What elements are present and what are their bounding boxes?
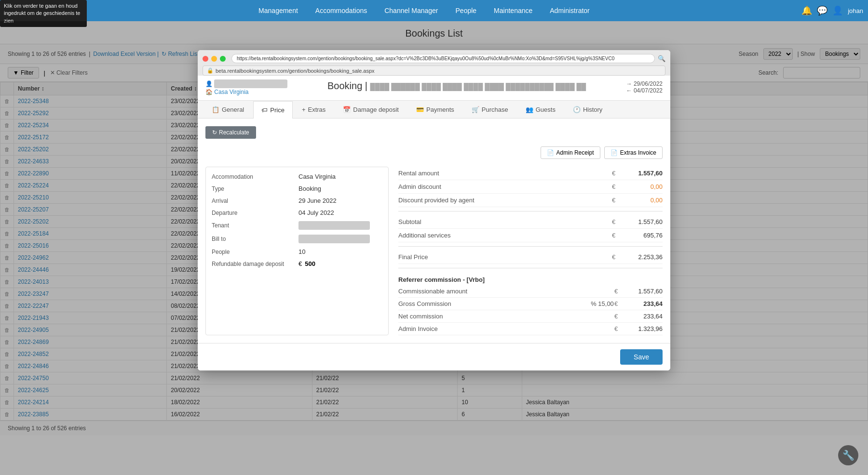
receipt-icon: 📄 bbox=[547, 149, 554, 156]
agent-discount-line: Discount provided by agent € 0,00 bbox=[398, 194, 663, 207]
final-price-line: Final Price € 2.253,36 bbox=[398, 251, 663, 264]
booking-date-to: → 29/06/2022 bbox=[626, 80, 663, 87]
booking-header: 👤 ████ ████ 🏠 Casa Virginia Booking | ██… bbox=[198, 76, 670, 101]
browser-close-dot[interactable] bbox=[203, 56, 208, 62]
modal-window: https://beta.rentalbookingsystem.com/gen… bbox=[198, 50, 670, 370]
home-icon: 🏠 bbox=[205, 89, 213, 95]
general-icon: 📋 bbox=[212, 106, 219, 113]
admin-receipt-button[interactable]: 📄 Admin Receipt bbox=[541, 146, 600, 159]
nav-items: Management Accommodations Channel Manage… bbox=[47, 0, 802, 21]
deposit-value-row: € 500 bbox=[298, 260, 315, 267]
booking-user: 👤 ████ ████ bbox=[205, 80, 287, 87]
rental-amount-line: Rental amount € 1.557,60 bbox=[398, 167, 663, 180]
invoice-icon: 📄 bbox=[610, 149, 618, 156]
chat-icon[interactable]: 💬 bbox=[817, 5, 827, 16]
booking-title: Booking | ████ ██████ ████ ████ ████ ███… bbox=[327, 80, 586, 91]
modal-footer: Save bbox=[198, 343, 670, 370]
browser-address-bar[interactable]: 🔒 beta.rentalbookingsystem.com/gention/b… bbox=[203, 66, 665, 76]
booking-tabs: 📋 General 🏷 Price + Extras 📅 Damage depo… bbox=[198, 101, 670, 119]
nav-item-people[interactable]: People bbox=[447, 0, 486, 21]
admin-discount-line: Admin discount € 0,00 bbox=[398, 180, 663, 194]
tab-guests[interactable]: 👥 Guests bbox=[517, 101, 564, 118]
payments-icon: 💳 bbox=[416, 106, 424, 113]
admin-invoice-row: Admin Invoice € 1.323,96 bbox=[398, 323, 663, 335]
departure-row: Departure 04 July 2022 bbox=[212, 209, 382, 216]
tab-price[interactable]: 🏷 Price bbox=[253, 101, 293, 119]
price-left-form: Accommodation Casa Virginia Type Booking… bbox=[205, 167, 389, 335]
recalculate-button[interactable]: ↻ Recalculate bbox=[205, 126, 256, 139]
main-area: Bookings List Showing 1 to 26 of 526 ent… bbox=[0, 21, 868, 475]
nav-item-maintenance[interactable]: Maintenance bbox=[485, 0, 541, 21]
price-columns: Accommodation Casa Virginia Type Booking… bbox=[205, 167, 663, 335]
tab-payments[interactable]: 💳 Payments bbox=[408, 101, 462, 118]
top-navigation: Klik om verder te gaan en houd ingedrukt… bbox=[0, 0, 868, 21]
bell-icon[interactable]: 🔔 bbox=[801, 5, 812, 16]
price-icon: 🏷 bbox=[261, 106, 268, 114]
referrer-section-header: Referrer commission - [Vrbo] bbox=[398, 272, 663, 285]
price-divider-2 bbox=[398, 246, 663, 247]
recalculate-row: ↻ Recalculate bbox=[205, 126, 663, 139]
lock-icon: 🔒 bbox=[207, 67, 214, 74]
tab-purchase[interactable]: 🛒 Purchase bbox=[463, 101, 516, 118]
accommodation-row: Accommodation Casa Virginia bbox=[212, 173, 382, 180]
bill-to-value-blurred: ████████ bbox=[298, 235, 370, 243]
booking-date-from: ← 04/07/2022 bbox=[626, 87, 663, 94]
nav-item-administrator[interactable]: Administrator bbox=[541, 0, 598, 21]
tab-history[interactable]: 🕐 History bbox=[565, 101, 610, 118]
action-buttons: 📄 Admin Receipt 📄 Extras Invoice bbox=[541, 146, 663, 159]
extras-invoice-button[interactable]: 📄 Extras Invoice bbox=[604, 146, 663, 159]
booking-title-area: Booking | ████ ██████ ████ ████ ████ ███… bbox=[287, 80, 626, 92]
user-icon-small: 👤 bbox=[205, 80, 213, 87]
nav-item-management[interactable]: Management bbox=[250, 0, 307, 21]
commissionable-amount-row: Commissionable amount € 1.557,60 bbox=[398, 285, 663, 298]
browser-maximize-dot[interactable] bbox=[220, 56, 226, 62]
bill-to-row: Bill to ████████ bbox=[212, 235, 382, 243]
booking-title-blurred: ████ ██████ ████ ████ ████ ████ ████████… bbox=[370, 83, 586, 91]
type-row: Type Booking bbox=[212, 185, 382, 192]
purchase-icon: 🛒 bbox=[472, 106, 479, 113]
deposit-row: Refundable damage deposit € 500 bbox=[212, 260, 382, 267]
gross-commission-row: Gross Commission % 15,00 € 233,64 bbox=[398, 298, 663, 310]
nav-item-accommodations[interactable]: Accommodations bbox=[307, 0, 376, 21]
guests-icon: 👥 bbox=[526, 106, 533, 113]
nav-username[interactable]: johan bbox=[848, 7, 863, 14]
browser-search-icon[interactable]: 🔍 bbox=[658, 55, 665, 62]
tab-extras[interactable]: + Extras bbox=[294, 101, 334, 118]
modal-overlay[interactable]: https://beta.rentalbookingsystem.com/gen… bbox=[0, 21, 868, 475]
deposit-currency: € bbox=[298, 260, 302, 267]
price-divider-1 bbox=[398, 211, 663, 211]
modal-body: ↻ Recalculate 📄 Admin Receipt 📄 Extras I… bbox=[198, 119, 670, 343]
arrival-row: Arrival 29 June 2022 bbox=[212, 197, 382, 204]
browser-chrome: https://beta.rentalbookingsystem.com/gen… bbox=[198, 50, 670, 76]
save-button[interactable]: Save bbox=[620, 349, 663, 365]
booking-property: 🏠 Casa Virginia bbox=[205, 89, 287, 95]
subtotal-line: Subtotal € 1.557,60 bbox=[398, 215, 663, 229]
wrench-icon[interactable]: 🔧 bbox=[838, 445, 858, 465]
browser-controls: https://beta.rentalbookingsystem.com/gen… bbox=[203, 54, 665, 63]
history-icon: 🕐 bbox=[573, 106, 581, 113]
nav-right: 🔔 💬 👤 johan bbox=[801, 5, 863, 16]
booking-header-left: 👤 ████ ████ 🏠 Casa Virginia bbox=[205, 80, 287, 95]
extras-icon: + bbox=[302, 106, 306, 113]
tab-damage-deposit[interactable]: 📅 Damage deposit bbox=[335, 101, 407, 118]
user-icon: 👤 bbox=[832, 5, 843, 16]
price-divider-3 bbox=[398, 268, 663, 268]
tenant-value-blurred: ████████ bbox=[298, 221, 370, 230]
deposit-amount: 500 bbox=[305, 260, 315, 267]
nav-item-channel-manager[interactable]: Channel Manager bbox=[376, 0, 447, 21]
browser-url-bar[interactable]: https://beta.rentalbookingsystem.com/gen… bbox=[231, 54, 655, 63]
booking-dates: → 29/06/2022 ← 04/07/2022 bbox=[626, 80, 663, 94]
price-right-breakdown: Rental amount € 1.557,60 Admin discount … bbox=[398, 167, 663, 335]
net-commission-row: Net commission € 233,64 bbox=[398, 310, 663, 323]
people-row: People 10 bbox=[212, 248, 382, 255]
tenant-row: Tenant ████████ bbox=[212, 221, 382, 230]
recalc-icon: ↻ bbox=[212, 129, 217, 136]
user-name-blurred: ████ ████ bbox=[214, 79, 287, 88]
browser-minimize-dot[interactable] bbox=[211, 56, 217, 62]
tab-general[interactable]: 📋 General bbox=[203, 101, 252, 118]
additional-services-line: Additional services € 695,76 bbox=[398, 229, 663, 242]
damage-icon: 📅 bbox=[343, 106, 351, 113]
